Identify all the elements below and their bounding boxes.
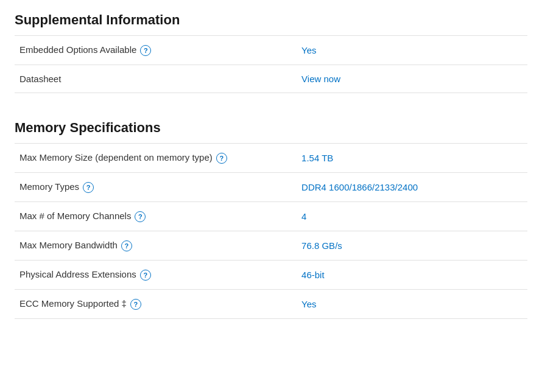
- spec-value[interactable]: View now: [297, 65, 527, 93]
- label-text: ECC Memory Supported ‡: [19, 298, 127, 309]
- label-text: Physical Address Extensions: [19, 269, 136, 279]
- help-icon[interactable]: ?: [140, 45, 151, 56]
- table-row: Embedded Options Available?Yes: [15, 36, 527, 65]
- supplemental-table: Embedded Options Available?YesDatasheetV…: [15, 35, 527, 93]
- help-icon[interactable]: ?: [140, 270, 151, 281]
- table-row: Max # of Memory Channels?4: [15, 202, 527, 231]
- table-row: Physical Address Extensions?46-bit: [15, 261, 527, 290]
- spec-label: Embedded Options Available?: [15, 36, 297, 65]
- help-icon[interactable]: ?: [130, 299, 141, 310]
- spec-label: Max # of Memory Channels?: [15, 202, 297, 231]
- spec-value: 46-bit: [297, 261, 527, 290]
- spec-value: 76.8 GB/s: [297, 231, 527, 261]
- help-icon[interactable]: ?: [121, 240, 132, 251]
- help-icon[interactable]: ?: [216, 153, 227, 164]
- spec-label: Max Memory Size (dependent on memory typ…: [15, 144, 297, 173]
- spec-value: Yes: [297, 36, 527, 65]
- label-text: Max Memory Bandwidth: [19, 240, 118, 250]
- table-row: ECC Memory Supported ‡?Yes: [15, 290, 527, 319]
- memory-title: Memory Specifications: [15, 120, 527, 143]
- label-text: Memory Types: [19, 181, 79, 192]
- table-row: Memory Types?DDR4 1600/1866/2133/2400: [15, 173, 527, 202]
- label-text: Datasheet: [19, 74, 61, 84]
- spec-value: DDR4 1600/1866/2133/2400: [297, 173, 527, 202]
- section-gap: [15, 105, 527, 120]
- spec-label: Physical Address Extensions?: [15, 261, 297, 290]
- table-row: Max Memory Bandwidth?76.8 GB/s: [15, 231, 527, 261]
- label-text: Embedded Options Available: [19, 44, 136, 55]
- spec-value: 4: [297, 202, 527, 231]
- spec-value: 1.54 TB: [297, 144, 527, 173]
- spec-label: Datasheet: [15, 65, 297, 93]
- supplemental-title: Supplemental Information: [15, 12, 527, 35]
- help-icon[interactable]: ?: [83, 182, 94, 193]
- table-row: DatasheetView now: [15, 65, 527, 93]
- label-text: Max # of Memory Channels: [19, 211, 131, 221]
- page-container: Supplemental Information Embedded Option…: [0, 0, 542, 343]
- table-row: Max Memory Size (dependent on memory typ…: [15, 144, 527, 173]
- spec-label: Max Memory Bandwidth?: [15, 231, 297, 261]
- spec-value: Yes: [297, 290, 527, 319]
- spec-label: ECC Memory Supported ‡?: [15, 290, 297, 319]
- memory-table: Max Memory Size (dependent on memory typ…: [15, 143, 527, 319]
- help-icon[interactable]: ?: [135, 211, 146, 222]
- spec-label: Memory Types?: [15, 173, 297, 202]
- label-text: Max Memory Size (dependent on memory typ…: [19, 152, 213, 163]
- view-now-link[interactable]: View now: [301, 74, 340, 84]
